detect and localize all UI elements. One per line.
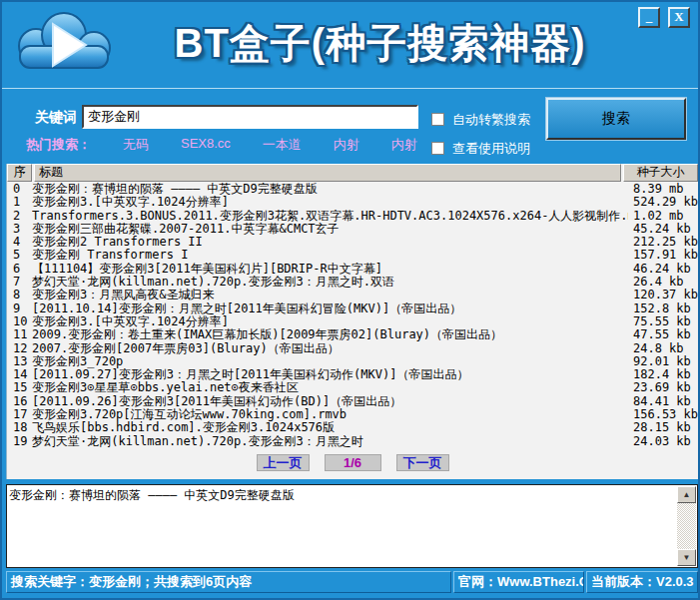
row-size: 46.24 kb [628,263,691,276]
row-title: 2007.变形金刚[2007年票房03](Bluray)（帝国出品） [32,342,628,355]
view-help-label: 查看使用说明 [452,141,530,156]
auto-traditional-checkbox[interactable] [431,113,444,126]
column-header-index[interactable]: 序 [7,164,32,182]
scroll-up-button[interactable]: ▲ [677,486,696,503]
minimize-button[interactable]: _ [638,7,660,28]
hot-search-links: 无码SEX8.cc一本道内射内射 [123,136,417,154]
row-index: 16 [7,395,32,408]
row-size: 524.29 kb [628,196,698,209]
table-row[interactable]: 7梦幻天堂·龙网(killman.net).720p.变形金刚3：月黑之时.双语… [7,276,698,289]
arrow-up-icon: ▲ [683,490,691,499]
row-size: 152.8 kb [628,302,691,315]
title-bar: BT盒子(种子搜索神器) _ X [2,2,698,88]
table-row[interactable]: 9[2011.10.14]变形金刚：月黑之时[2011年美国科幻冒险(MKV)]… [7,302,698,315]
row-index: 9 [7,302,32,315]
status-website[interactable]: 官网：Www.BThezi.Com [453,571,584,593]
hot-search-link[interactable]: SEX8.cc [181,136,231,154]
table-row[interactable]: 10变形金刚3.[中英双字.1024分辨率]75.55 kb [7,315,698,328]
table-row[interactable]: 17变形金刚3.720p[江海互动论坛www.70king.com].rmvb1… [7,408,698,421]
hot-search-link[interactable]: 内射 [391,136,417,154]
row-index: 17 [7,408,32,421]
row-size: 28.15 kb [628,421,691,434]
detail-text: 变形金刚：赛博坦的陨落 ———— 中英文D9完整硬盘版 [9,487,675,504]
table-row[interactable]: 16[2011.09.26]变形金刚3[2011年美国科幻动作(BD)]（帝国出… [7,395,698,408]
table-row[interactable]: 0变形金刚：赛博坦的陨落 ———— 中英文D9完整硬盘版8.39 mb [7,183,698,196]
table-row[interactable]: 18飞鸟娱乐[bbs.hdbird.com].变形金刚3.1024x576版28… [7,421,698,434]
search-panel: 关键词： 自动转繁搜索 查看使用说明 搜索 热门搜索： 无码SEX8.cc一本道… [2,88,698,164]
close-button[interactable]: X [668,7,690,28]
results-panel: 序 标题 种子大小 0变形金刚：赛博坦的陨落 ———— 中英文D9完整硬盘版8.… [6,164,698,479]
table-header: 序 标题 种子大小 [7,164,698,182]
row-size: 23.69 kb [628,381,691,394]
row-title: 变形金刚3.[中英双字.1024分辨率] [32,196,628,209]
row-index: 13 [7,355,32,368]
table-row[interactable]: 14[2011.09.27]变形金刚3：月黑之时[2011年美国科幻动作(MKV… [7,368,698,381]
row-title: 梦幻天堂·龙网(killman.net).720p.变形金刚3：月黑之时 [32,435,628,448]
hot-search-link[interactable]: 无码 [123,136,149,154]
table-row[interactable]: 3变形金刚三部曲花絮碟.2007-2011.中英字幕&CMCT玄子45.24 k… [7,223,698,236]
hot-search-link[interactable]: 一本道 [263,136,302,154]
row-size: 45.24 kb [628,223,691,236]
row-title: 变形金刚 Transformers I [32,249,628,262]
row-size: 47.55 kb [628,328,691,341]
row-title: 变形金刚三部曲花絮碟.2007-2011.中英字幕&CMCT玄子 [32,223,628,236]
row-size: 8.39 mb [628,183,684,196]
table-row[interactable]: 5变形金刚 Transformers I157.91 kb [7,249,698,262]
table-row[interactable]: 112009.变形金刚：卷土重来(IMAX巨幕加长版)[2009年票房02](B… [7,328,698,341]
row-index: 18 [7,421,32,434]
column-header-size[interactable]: 种子大小 [623,164,698,182]
cloud-play-icon [10,8,118,76]
row-size: 26.4 kb [628,276,684,289]
page-title: BT盒子(种子搜索神器) [120,16,640,71]
keyword-input[interactable] [82,105,418,129]
row-index: 11 [7,328,32,341]
hot-search-link[interactable]: 内射 [334,136,359,154]
row-index: 0 [7,183,32,196]
prev-page-button[interactable]: 上一页 [257,454,310,471]
scrollbar[interactable]: ▲ ▼ [677,486,696,566]
row-size: 212.25 kb [628,236,698,249]
row-index: 19 [7,435,32,448]
row-index: 1 [7,196,32,209]
row-title: [2011.09.26]变形金刚3[2011年美国科幻动作(BD)]（帝国出品） [32,395,628,408]
column-header-title[interactable]: 标题 [34,164,621,182]
row-size: 84.41 kb [628,395,691,408]
row-size: 75.55 kb [628,315,691,328]
row-size: 24.8 kb [628,342,684,355]
row-size: 182.4 kb [628,368,691,381]
row-size: 157.91 kb [628,249,698,262]
table-row[interactable]: 122007.变形金刚[2007年票房03](Bluray)（帝国出品）24.8… [7,342,698,355]
next-page-button[interactable]: 下一页 [396,454,449,471]
app-window: BT盒子(种子搜索神器) _ X 关键词： 自动转繁搜索 查看使用说明 搜索 热… [0,0,700,600]
hot-search-label: 热门搜索： [26,136,91,154]
table-row[interactable]: 1变形金刚3.[中英双字.1024分辨率]524.29 kb [7,196,698,209]
row-title: 变形金刚3⊙星星草⊙bbs.yelai.net⊙夜来香社区 [32,381,628,394]
row-index: 14 [7,368,32,381]
table-row[interactable]: 2Transformers.3.BONUS.2011.变形金刚3花絮.双语字幕.… [7,210,698,223]
table-row[interactable]: 4变形金刚2 Transformers II212.25 kb [7,236,698,249]
view-help-checkbox[interactable] [431,142,444,155]
table-row[interactable]: 15变形金刚3⊙星星草⊙bbs.yelai.net⊙夜来香社区23.69 kb [7,381,698,394]
page-indicator: 1/6 [325,454,381,471]
table-row[interactable]: 19梦幻天堂·龙网(killman.net).720p.变形金刚3：月黑之时24… [7,435,698,448]
view-help-option: 查看使用说明 [431,139,530,158]
search-button[interactable]: 搜索 [546,98,686,140]
pagination: 上一页 1/6 下一页 [7,454,698,471]
row-size: 120.37 kb [628,289,698,301]
row-title: 变形金刚2 Transformers II [32,236,628,249]
row-title: 变形金刚3_720p [32,355,628,368]
status-version: 当前版本：V2.0.3 [586,571,698,593]
row-title: 2009.变形金刚：卷土重来(IMAX巨幕加长版)[2009年票房02](Blu… [32,328,628,341]
table-row[interactable]: 8变形金刚3：月黑风高夜&圣城归来120.37 kb [7,289,698,301]
results-table-body: 0变形金刚：赛博坦的陨落 ———— 中英文D9完整硬盘版8.39 mb1变形金刚… [7,183,698,448]
row-title: 变形金刚3.[中英双字.1024分辨率] [32,315,628,328]
row-title: 变形金刚3：月黑风高夜&圣城归来 [32,289,628,301]
row-index: 8 [7,289,32,301]
table-row[interactable]: 13变形金刚3_720p92.01 kb [7,355,698,368]
detail-box[interactable]: 变形金刚：赛博坦的陨落 ———— 中英文D9完整硬盘版 ▲ ▼ [6,484,698,568]
row-title: 变形金刚：赛博坦的陨落 ———— 中英文D9完整硬盘版 [32,183,628,196]
status-search-summary: 搜索关键字：变形金刚；共搜索到6页内容 [6,571,451,593]
table-row[interactable]: 6【111104】变形金刚3[2011年美国科幻片][BDRIP-R中文字幕]4… [7,263,698,276]
row-size: 156.53 kb [628,408,698,421]
scroll-down-button[interactable]: ▼ [677,549,696,566]
